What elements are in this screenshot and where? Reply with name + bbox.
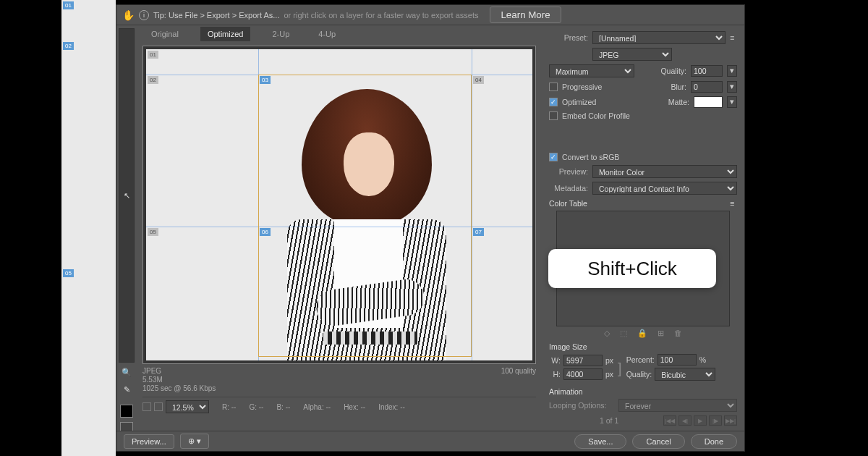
blur-input[interactable]: [691, 81, 723, 93]
looping-select: Forever: [618, 399, 737, 412]
cancel-button[interactable]: Cancel: [632, 434, 684, 449]
selected-slice-outline: [258, 75, 472, 357]
blur-dropdown-icon[interactable]: ▾: [727, 81, 737, 93]
tab-4up[interactable]: 4-Up: [311, 27, 343, 41]
save-button[interactable]: Save...: [574, 434, 626, 449]
zoom-grid-icon[interactable]: [142, 402, 151, 411]
tip-suffix: or right click on a layer for a faster w…: [284, 11, 478, 20]
tool-column: ↖ 🔍 ✎: [116, 25, 137, 432]
preview-canvas-frame: 01 02 03 04 05 06 07: [142, 46, 536, 364]
metadata-select[interactable]: Copyright and Contact Info: [592, 182, 737, 195]
quality-input[interactable]: [691, 65, 723, 77]
height-input[interactable]: [563, 368, 603, 380]
readout-index: Index: --: [378, 403, 405, 411]
tip-bar: ✋ i Tip: Use File > Export > Export As..…: [116, 5, 744, 25]
next-frame-button: |▶: [709, 415, 722, 426]
matte-dropdown-icon[interactable]: ▾: [727, 96, 737, 108]
zoom-select[interactable]: 12.5%: [166, 400, 209, 413]
slice-label-06: 06: [260, 228, 271, 236]
preview-canvas[interactable]: 01 02 03 04 05 06 07: [146, 49, 532, 360]
slice-label-03: 03: [260, 76, 271, 84]
learn-more-button[interactable]: Learn More: [490, 7, 561, 23]
preset-label: Preset:: [549, 33, 588, 42]
slice-label-01: 01: [148, 51, 158, 59]
bg-slice-05: 05: [63, 269, 74, 277]
compression-select[interactable]: Maximum: [549, 64, 634, 77]
image-size-label: Image Size: [549, 342, 737, 351]
save-for-web-dialog: ✋ i Tip: Use File > Export > Export As..…: [116, 4, 745, 452]
zoom-single-icon[interactable]: [154, 402, 163, 411]
tab-2up[interactable]: 2-Up: [265, 27, 297, 41]
ct-icon-2[interactable]: ⬚: [620, 329, 627, 338]
resample-select[interactable]: Bicubic: [655, 368, 715, 381]
matte-label: Matte:: [668, 98, 689, 106]
dialog-footer: Preview... ⊕ ▾ Save... Cancel Done: [116, 431, 744, 451]
format-select[interactable]: JPEG: [592, 48, 672, 61]
zoom-tool-icon[interactable]: 🔍: [119, 364, 135, 380]
info-format: JPEG: [142, 367, 216, 375]
progressive-checkbox[interactable]: [549, 83, 558, 91]
done-button[interactable]: Done: [691, 434, 737, 449]
preview-tabs: Original Optimized 2-Up 4-Up: [137, 25, 542, 43]
readout-alpha: Alpha: --: [303, 403, 331, 411]
eyedropper-tool-icon[interactable]: ✎: [119, 381, 135, 397]
readout-g: G: --: [249, 403, 263, 411]
hand-tool-icon[interactable]: ✋: [122, 9, 135, 21]
pointer-tool-icon[interactable]: ↖: [119, 28, 135, 363]
settings-panel: Preset: [Unnamed] JPEG Maximum Quality: …: [542, 25, 744, 432]
matte-swatch[interactable]: [694, 96, 723, 108]
animation-label: Animation: [549, 387, 737, 396]
readout-hex: Hex: --: [344, 403, 365, 411]
slice-label-04: 04: [473, 76, 484, 84]
looping-label: Looping Options:: [549, 401, 614, 410]
readout-b: B: --: [276, 403, 290, 411]
width-input[interactable]: [563, 355, 603, 366]
background-canvas: 01 02 05: [61, 0, 116, 456]
embed-profile-label: Embed Color Profile: [562, 111, 630, 120]
progressive-label: Progressive: [562, 83, 602, 91]
optimized-checkbox[interactable]: ✓: [549, 98, 558, 106]
preset-select[interactable]: [Unnamed]: [592, 31, 726, 44]
tip-prefix: Tip: Use File > Export > Export As...: [153, 11, 279, 20]
preview-select[interactable]: Monitor Color: [592, 165, 737, 178]
browser-preview-button[interactable]: ⊕ ▾: [180, 434, 209, 449]
percent-input[interactable]: [658, 354, 697, 366]
first-frame-button: |◀◀: [663, 415, 676, 426]
tab-optimized[interactable]: Optimized: [200, 27, 251, 41]
frame-count: 1 of 1: [600, 416, 618, 425]
preview-label: Preview:: [549, 167, 588, 176]
preview-button[interactable]: Preview...: [124, 434, 174, 449]
quality-dropdown-icon[interactable]: ▾: [727, 65, 737, 77]
color-table-label: Color Table: [549, 199, 587, 208]
info-quality: 100 quality: [501, 367, 536, 392]
preset-menu-icon[interactable]: [730, 33, 737, 42]
convert-srgb-label: Convert to sRGB: [562, 153, 619, 161]
quality-label: Quality:: [660, 67, 686, 75]
tab-original[interactable]: Original: [144, 27, 186, 41]
embed-profile-checkbox[interactable]: [549, 111, 558, 120]
color-table-menu-icon[interactable]: [730, 199, 737, 208]
info-filesize: 5.53M: [142, 376, 216, 384]
ct-lock-icon[interactable]: 🔒: [637, 329, 647, 338]
convert-srgb-checkbox[interactable]: ✓: [549, 153, 558, 161]
slice-label-05: 05: [148, 228, 158, 236]
slice-label-02: 02: [148, 76, 158, 84]
foreground-swatch[interactable]: [120, 405, 133, 418]
info-timing: 1025 sec @ 56.6 Kbps: [142, 384, 216, 392]
shortcut-callout: Shift+Click: [548, 249, 716, 288]
bg-slice-01: 01: [63, 1, 74, 9]
prev-frame-button: ◀|: [678, 415, 692, 426]
play-button: ▶: [694, 415, 707, 426]
last-frame-button: ▶▶|: [724, 415, 737, 426]
metadata-label: Metadata:: [549, 184, 588, 193]
blur-label: Blur:: [671, 83, 686, 91]
ct-new-icon[interactable]: ⊞: [658, 329, 664, 338]
optimized-label: Optimized: [562, 98, 596, 106]
ct-icon-1[interactable]: ◇: [604, 329, 610, 338]
slice-label-07: 07: [473, 228, 484, 236]
readout-r: R: --: [222, 403, 236, 411]
info-icon: i: [139, 10, 149, 20]
ct-trash-icon[interactable]: 🗑: [674, 329, 682, 338]
link-dimensions-icon[interactable]: ]: [618, 360, 622, 377]
bg-slice-02: 02: [63, 42, 74, 50]
